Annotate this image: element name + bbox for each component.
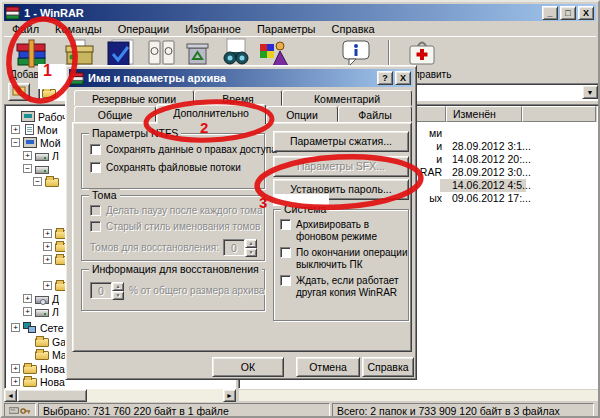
tab-general[interactable]: Общие	[74, 106, 156, 122]
scrollbar-thumb[interactable]	[17, 389, 87, 402]
status-total: Всего: 2 папок и 733 909 120 байт в 3 фа…	[332, 403, 594, 418]
expand-icon[interactable]: +	[43, 281, 52, 290]
spin-up-icon[interactable]: ▲	[112, 282, 124, 291]
column-header-modified[interactable]: Изменён	[446, 106, 522, 122]
expand-icon[interactable]: +	[43, 229, 52, 238]
checkbox-save-access-rights[interactable]: Сохранять данные о правах доступа	[90, 144, 277, 155]
expand-icon[interactable]: +	[23, 307, 32, 316]
ntfs-group: Параметры NTFS Сохранять данные о правах…	[81, 133, 265, 189]
dialog-close-button[interactable]: X	[395, 71, 411, 85]
checkbox-icon[interactable]	[280, 219, 291, 230]
up-directory-button[interactable]	[8, 83, 30, 101]
folder-icon	[23, 365, 37, 374]
scroll-right-icon[interactable]: ►	[223, 389, 236, 402]
set-password-button[interactable]: Установить пароль...	[273, 179, 409, 200]
collapse-icon[interactable]: −	[33, 177, 42, 186]
checkbox-shutdown-when-done[interactable]: По окончании операции выключить ПК	[280, 247, 414, 271]
desktop-icon	[21, 111, 35, 122]
checkbox-icon[interactable]	[280, 275, 291, 286]
expand-icon[interactable]: +	[23, 151, 32, 160]
collapse-icon[interactable]: −	[23, 164, 32, 173]
dialog-help-button[interactable]: ?	[377, 71, 393, 85]
ok-button[interactable]: ОК	[212, 357, 284, 377]
checkbox-icon[interactable]	[90, 205, 101, 216]
dialog-icon	[71, 72, 84, 85]
tree-horizontal-scrollbar[interactable]: ◄ ►	[4, 389, 236, 402]
expand-icon[interactable]: +	[43, 255, 52, 264]
computer-icon	[23, 137, 37, 148]
recovery-record-group: Информация для восстановления 0▲▼ % от о…	[81, 269, 265, 311]
window-title: 1 - WinRAR	[24, 7, 540, 19]
menu-item-file[interactable]: Файл	[4, 22, 47, 36]
add-button[interactable]: Добавить	[10, 37, 54, 83]
close-button[interactable]: X	[578, 6, 594, 20]
tab-advanced[interactable]: Дополнительно	[156, 104, 266, 124]
status-icons-cell	[4, 403, 36, 418]
menu-item-operations[interactable]: Операции	[110, 22, 177, 36]
cd-drive-icon	[35, 296, 49, 304]
checkbox-save-file-streams[interactable]: Сохранять файловые потоки	[90, 162, 241, 173]
checkbox-icon[interactable]	[90, 221, 101, 232]
dropdown-arrow-icon[interactable]: ▼	[582, 85, 598, 99]
tab-options[interactable]: Опции	[266, 106, 338, 122]
expand-icon[interactable]: +	[43, 242, 52, 251]
file-list-scroll-strip[interactable]	[238, 389, 599, 402]
checkbox-old-volume-naming[interactable]: Старый стиль именования томов	[90, 221, 260, 232]
menu-item-help[interactable]: Справка	[324, 22, 383, 36]
maximize-button[interactable]: □	[560, 6, 576, 20]
dialog-title: Имя и параметры архива	[88, 72, 375, 84]
checkbox-icon[interactable]	[90, 162, 101, 173]
documents-icon	[25, 124, 34, 135]
checkbox-icon[interactable]	[280, 247, 291, 258]
volumes-group: Тома Делать паузу после каждого тома Ста…	[81, 195, 265, 261]
spin-down-icon[interactable]: ▼	[112, 291, 124, 300]
folder-icon	[23, 378, 37, 387]
add-archive-icon	[15, 37, 49, 69]
status-selected: Выбрано: 731 760 220 байт в 1 файле	[38, 403, 330, 418]
expand-icon[interactable]: +	[11, 323, 20, 332]
folder-up-icon	[12, 84, 26, 96]
compression-settings-button[interactable]: Параметры сжатия...	[273, 131, 409, 152]
folder-icon	[45, 178, 59, 187]
recovery-percent-spinner[interactable]: 0▲▼	[90, 282, 124, 299]
tab-comment[interactable]: Комментарий	[282, 90, 412, 106]
window-titlebar: 1 - WinRAR _ □ X	[4, 4, 596, 21]
checkbox-wait-other-copy[interactable]: Ждать, если работает другая копия WinRAR	[280, 275, 414, 299]
menu-item-options[interactable]: Параметры	[249, 22, 324, 36]
collapse-icon[interactable]: −	[11, 138, 20, 147]
menu-item-favorites[interactable]: Избранное	[177, 22, 249, 36]
recovery-volumes-row: Томов для восстановления: 0▲▼	[90, 239, 257, 256]
network-icon	[23, 322, 37, 333]
tab-files[interactable]: Файлы	[338, 106, 412, 122]
folder-icon	[42, 89, 56, 98]
system-group: Система Архивировать в фоновом режиме По…	[273, 209, 409, 321]
expand-icon[interactable]: +	[11, 364, 20, 373]
cancel-button[interactable]: Отмена	[296, 357, 360, 377]
recovery-volumes-spinner[interactable]: 0▲▼	[223, 239, 257, 256]
spin-down-icon[interactable]: ▼	[245, 248, 257, 257]
drive-icon	[35, 309, 49, 317]
winrar-window: 1 - WinRAR _ □ X Файл Команды Операции И…	[0, 0, 600, 418]
minimize-button[interactable]: _	[542, 6, 558, 20]
sfx-settings-button[interactable]: Параметры SFX...	[273, 156, 409, 177]
checkbox-pause-after-volume[interactable]: Делать паузу после каждого тома	[90, 205, 263, 216]
expand-icon[interactable]: +	[11, 377, 20, 386]
status-bar: Выбрано: 731 760 220 байт в 1 файле Всег…	[4, 403, 596, 418]
spin-up-icon[interactable]: ▲	[245, 239, 257, 248]
checkbox-background-archiving[interactable]: Архивировать в фоновом режиме	[280, 219, 414, 243]
dialog-titlebar: Имя и параметры архива ? X	[69, 69, 413, 87]
expand-icon[interactable]: +	[23, 294, 32, 303]
menu-item-commands[interactable]: Команды	[47, 22, 110, 36]
checkbox-icon[interactable]	[90, 144, 101, 155]
advanced-tab-panel: Параметры NTFS Сохранять данные о правах…	[72, 122, 412, 352]
folder-icon	[35, 351, 49, 360]
help-button[interactable]: Справка	[362, 357, 414, 377]
expand-icon[interactable]: +	[11, 125, 20, 134]
scroll-left-icon[interactable]: ◄	[4, 389, 17, 402]
key-icon	[20, 406, 31, 416]
volumes-group-title: Тома	[89, 189, 120, 201]
column-header-extra[interactable]	[522, 106, 596, 122]
menu-bar: Файл Команды Операции Избранное Параметр…	[4, 21, 596, 36]
disk-icon	[9, 406, 19, 415]
drive-icon	[35, 153, 49, 161]
